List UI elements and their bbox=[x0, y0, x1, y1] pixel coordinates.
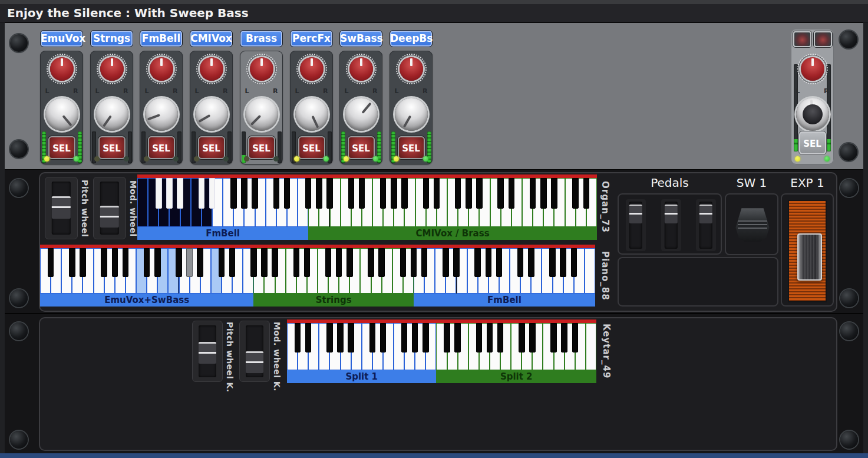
black-key[interactable] bbox=[583, 178, 590, 209]
black-key[interactable] bbox=[486, 248, 492, 277]
black-key[interactable] bbox=[101, 248, 107, 277]
white-key[interactable] bbox=[586, 323, 596, 370]
black-key[interactable] bbox=[434, 178, 440, 209]
sel-button-fmbell[interactable]: SEL bbox=[148, 136, 175, 159]
volume-knob[interactable] bbox=[345, 98, 378, 131]
black-key[interactable] bbox=[423, 178, 430, 209]
black-key[interactable] bbox=[197, 248, 203, 277]
red-pan-knob[interactable] bbox=[801, 57, 824, 81]
black-key[interactable] bbox=[144, 248, 150, 277]
volume-knob[interactable] bbox=[245, 98, 278, 131]
keytar-mod-wheel[interactable] bbox=[239, 321, 270, 382]
black-key[interactable] bbox=[466, 178, 472, 209]
black-key[interactable] bbox=[112, 248, 118, 277]
pedal-slider-1[interactable] bbox=[626, 199, 646, 251]
black-key[interactable] bbox=[551, 178, 557, 209]
black-key[interactable] bbox=[304, 248, 311, 277]
black-key[interactable] bbox=[176, 248, 182, 277]
channel-button-strngs[interactable]: Strngs bbox=[90, 30, 133, 47]
black-key[interactable] bbox=[230, 178, 237, 209]
black-key[interactable] bbox=[528, 248, 534, 277]
volume-knob[interactable] bbox=[796, 98, 829, 131]
black-key[interactable] bbox=[411, 248, 417, 277]
black-key[interactable] bbox=[295, 323, 301, 352]
volume-knob[interactable] bbox=[145, 98, 178, 131]
black-key[interactable] bbox=[241, 178, 247, 209]
black-key[interactable] bbox=[509, 178, 515, 209]
black-key[interactable] bbox=[80, 248, 86, 277]
volume-knob[interactable] bbox=[295, 98, 328, 131]
master-square-button-1[interactable] bbox=[793, 31, 811, 47]
channel-button-percfx[interactable]: PercFx bbox=[290, 30, 333, 47]
black-key[interactable] bbox=[325, 248, 332, 277]
volume-knob[interactable] bbox=[95, 98, 128, 131]
black-key[interactable] bbox=[519, 323, 524, 352]
black-key[interactable] bbox=[401, 323, 407, 352]
pedal-slider-2[interactable] bbox=[661, 199, 681, 251]
white-key[interactable] bbox=[137, 178, 148, 227]
keytar-pitch-wheel[interactable] bbox=[192, 321, 223, 382]
black-key[interactable] bbox=[454, 323, 460, 352]
red-pan-knob[interactable] bbox=[400, 57, 423, 81]
black-key[interactable] bbox=[209, 178, 216, 209]
keyboard-piano-88[interactable]: EmuVox+SwBassStringsFmBell bbox=[40, 245, 595, 307]
black-key[interactable] bbox=[549, 248, 556, 277]
sel-button-cmivox[interactable]: SEL bbox=[198, 136, 225, 159]
mod-wheel[interactable] bbox=[93, 177, 126, 239]
black-key[interactable] bbox=[186, 248, 193, 277]
red-pan-knob[interactable] bbox=[300, 57, 324, 81]
master-sel-button[interactable]: SEL bbox=[799, 131, 826, 154]
sel-button-strngs[interactable]: SEL bbox=[98, 136, 126, 159]
black-key[interactable] bbox=[272, 248, 278, 277]
black-key[interactable] bbox=[401, 178, 408, 209]
black-key[interactable] bbox=[496, 248, 503, 277]
expression-pedal[interactable] bbox=[788, 200, 827, 302]
channel-button-deepbs[interactable]: DeepBs bbox=[390, 30, 433, 47]
black-key[interactable] bbox=[476, 323, 482, 352]
black-key[interactable] bbox=[273, 178, 280, 209]
red-pan-knob[interactable] bbox=[349, 57, 373, 81]
black-key[interactable] bbox=[517, 248, 524, 277]
black-key[interactable] bbox=[166, 178, 173, 209]
sel-button-percfx[interactable]: SEL bbox=[298, 136, 325, 159]
black-key[interactable] bbox=[369, 323, 375, 352]
black-key[interactable] bbox=[69, 248, 75, 277]
channel-button-cmivox[interactable]: CMIVox bbox=[190, 30, 233, 47]
black-key[interactable] bbox=[572, 178, 579, 209]
black-key[interactable] bbox=[391, 178, 397, 209]
sel-button-deepbs[interactable]: SEL bbox=[398, 136, 425, 159]
black-key[interactable] bbox=[455, 178, 461, 209]
black-key[interactable] bbox=[560, 248, 566, 277]
black-key[interactable] bbox=[156, 178, 162, 209]
channel-button-swbass[interactable]: SwBass bbox=[339, 30, 382, 47]
red-pan-knob[interactable] bbox=[250, 57, 273, 81]
black-key[interactable] bbox=[293, 248, 300, 277]
red-pan-knob[interactable] bbox=[50, 57, 74, 81]
black-key[interactable] bbox=[474, 248, 481, 277]
black-key[interactable] bbox=[252, 178, 258, 209]
black-key[interactable] bbox=[421, 248, 428, 277]
channel-button-emuvox[interactable]: EmuVox bbox=[40, 30, 83, 47]
black-key[interactable] bbox=[571, 248, 577, 277]
black-key[interactable] bbox=[336, 248, 342, 277]
black-key[interactable] bbox=[540, 178, 547, 209]
black-key[interactable] bbox=[326, 178, 333, 209]
expression-pedal-plate[interactable] bbox=[797, 233, 822, 281]
black-key[interactable] bbox=[497, 323, 503, 352]
black-key[interactable] bbox=[337, 323, 343, 352]
black-key[interactable] bbox=[284, 178, 291, 209]
channel-button-fmbell[interactable]: FmBell bbox=[140, 30, 183, 47]
black-key[interactable] bbox=[48, 248, 54, 277]
black-key[interactable] bbox=[497, 178, 504, 209]
black-key[interactable] bbox=[443, 248, 449, 277]
black-key[interactable] bbox=[261, 248, 268, 277]
black-key[interactable] bbox=[572, 323, 578, 352]
black-key[interactable] bbox=[400, 248, 407, 277]
black-key[interactable] bbox=[530, 178, 536, 209]
black-key[interactable] bbox=[378, 248, 385, 277]
pedal-slider-3[interactable] bbox=[696, 199, 716, 251]
switch-pedal-icon[interactable] bbox=[734, 207, 771, 242]
black-key[interactable] bbox=[326, 323, 332, 352]
sel-button-brass[interactable]: SEL bbox=[248, 136, 275, 159]
black-key[interactable] bbox=[316, 178, 322, 209]
